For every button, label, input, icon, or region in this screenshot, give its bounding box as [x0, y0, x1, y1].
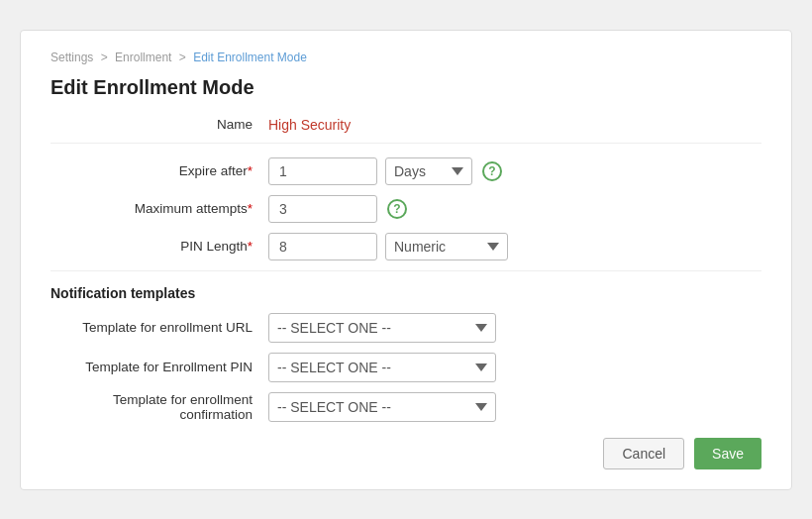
breadcrumb: Settings > Enrollment > Edit Enrollment …: [51, 51, 761, 64]
expire-required: *: [248, 163, 253, 178]
pin-required: *: [248, 239, 253, 254]
pin-type-select[interactable]: Numeric Alphanumeric: [385, 233, 508, 260]
breadcrumb-enrollment[interactable]: Enrollment: [115, 51, 171, 64]
page-title: Edit Enrollment Mode: [51, 76, 761, 99]
breadcrumb-active: Edit Enrollment Mode: [193, 51, 307, 64]
enrollment-confirmation-label: Template for enrollment confirmation: [51, 392, 268, 422]
enrollment-confirmation-select[interactable]: -- SELECT ONE --: [268, 392, 496, 422]
pin-length-input[interactable]: [268, 233, 377, 260]
attempts-required: *: [248, 201, 253, 216]
save-button[interactable]: Save: [694, 438, 761, 469]
breadcrumb-sep1: >: [101, 51, 108, 64]
edit-enrollment-card: Settings > Enrollment > Edit Enrollment …: [20, 30, 792, 490]
footer-buttons: Cancel Save: [51, 438, 761, 469]
max-attempts-label: Maximum attempts*: [51, 201, 268, 216]
enrollment-pin-label: Template for Enrollment PIN: [51, 360, 268, 374]
name-value: High Security: [268, 117, 351, 133]
divider-1: [51, 143, 761, 144]
enrollment-confirmation-row: Template for enrollment confirmation -- …: [51, 392, 761, 422]
enrollment-pin-select[interactable]: -- SELECT ONE --: [268, 353, 496, 382]
max-attempts-input[interactable]: [268, 195, 377, 223]
notification-title: Notification templates: [51, 285, 761, 301]
name-label: Name: [51, 117, 268, 132]
expire-after-label: Expire after*: [51, 163, 268, 178]
max-attempts-row: Maximum attempts* ?: [51, 195, 761, 223]
enrollment-url-label: Template for enrollment URL: [51, 320, 268, 335]
pin-length-row: PIN Length* Numeric Alphanumeric: [51, 233, 761, 260]
expire-help-icon[interactable]: ?: [482, 161, 502, 181]
notification-section: Notification templates Template for enro…: [51, 285, 761, 422]
expire-after-row: Expire after* Days Hours Minutes ?: [51, 157, 761, 185]
expire-after-input[interactable]: [268, 157, 377, 185]
expire-after-unit-select[interactable]: Days Hours Minutes: [385, 157, 472, 185]
divider-2: [51, 270, 761, 271]
pin-length-label: PIN Length*: [51, 239, 268, 254]
breadcrumb-sep2: >: [179, 51, 186, 64]
cancel-button[interactable]: Cancel: [603, 438, 684, 469]
breadcrumb-settings[interactable]: Settings: [51, 51, 93, 64]
name-row: Name High Security: [51, 117, 761, 133]
enrollment-url-row: Template for enrollment URL -- SELECT ON…: [51, 313, 761, 343]
enrollment-url-select[interactable]: -- SELECT ONE --: [268, 313, 496, 343]
enrollment-pin-row: Template for Enrollment PIN -- SELECT ON…: [51, 353, 761, 382]
attempts-help-icon[interactable]: ?: [387, 199, 407, 219]
